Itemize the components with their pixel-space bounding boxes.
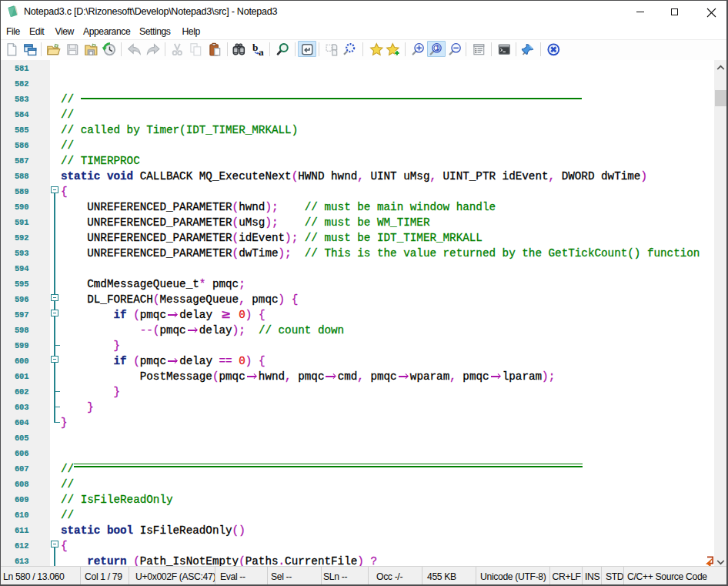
svg-text:a: a — [259, 45, 264, 56]
svg-text:1: 1 — [436, 45, 440, 52]
